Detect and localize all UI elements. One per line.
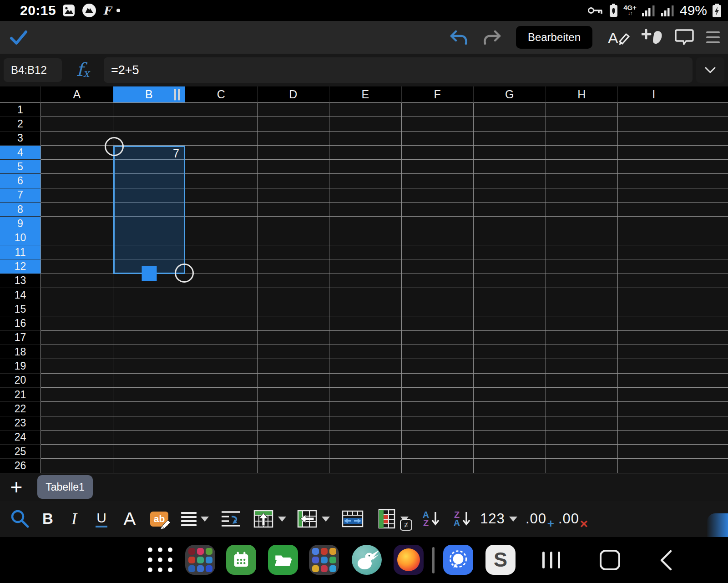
cell-a7[interactable] [41,188,113,203]
cell-c18[interactable] [185,345,258,359]
cell-g3[interactable] [474,132,546,146]
cell-f13[interactable] [402,274,474,288]
cell-g17[interactable] [474,331,546,345]
s-app-icon[interactable]: S [485,545,516,575]
cell-a11[interactable] [41,245,113,259]
cell-b24[interactable] [113,431,186,445]
cell-g26[interactable] [474,459,546,473]
character-formatting-icon[interactable]: A [607,28,631,47]
selection-range[interactable]: 7 [113,146,186,274]
cell-i13[interactable] [618,274,690,288]
cell-i18[interactable] [618,345,690,359]
cell-c6[interactable] [185,174,258,188]
cell-d15[interactable] [258,302,330,316]
cell-h16[interactable] [546,316,618,330]
cell-g25[interactable] [474,445,546,459]
cell-d5[interactable] [258,160,330,174]
column-header-d[interactable]: D [258,86,330,103]
cell-c13[interactable] [185,274,258,288]
cell-c2[interactable] [185,117,258,131]
cell-d16[interactable] [258,316,330,330]
cell-i20[interactable] [618,374,690,388]
add-sheet-button[interactable]: + [3,475,30,499]
cell-h4[interactable] [546,146,618,160]
app-folder-icon[interactable] [185,545,215,575]
row-header-14[interactable]: 14 [0,288,41,302]
row-header-15[interactable]: 15 [0,302,41,316]
column-header-g[interactable]: G [474,86,546,103]
cell-b16[interactable] [113,316,186,330]
cell-g4[interactable] [474,146,546,160]
cell-i15[interactable] [618,302,690,316]
cell-a9[interactable] [41,217,113,231]
cell-g11[interactable] [474,245,546,259]
cell-d4[interactable] [258,146,330,160]
cell-d8[interactable] [258,203,330,217]
cell-a25[interactable] [41,445,113,459]
cell-c15[interactable] [185,302,258,316]
cell-g22[interactable] [474,402,546,416]
nav-recents-button[interactable] [542,552,560,568]
cell-h15[interactable] [546,302,618,316]
column-header-i[interactable]: I [618,86,690,103]
row-header-10[interactable]: 10 [0,231,41,245]
wrap-text-button[interactable] [215,501,248,537]
cell-g13[interactable] [474,274,546,288]
row-header-5[interactable]: 5 [0,160,41,174]
cell-d20[interactable] [258,374,330,388]
cell-d21[interactable] [258,388,330,402]
app-folder-icon[interactable] [309,545,339,575]
cell-g15[interactable] [474,302,546,316]
cell-f16[interactable] [402,316,474,330]
row-header-8[interactable]: 8 [0,203,41,217]
cell-b22[interactable] [113,402,186,416]
column-header-h[interactable]: H [546,86,618,103]
number-format-button[interactable]: 123 [478,501,520,537]
cell-e12[interactable] [329,259,402,274]
cell-b20[interactable] [113,374,186,388]
cell-c1[interactable] [185,103,258,117]
column-header-e[interactable]: E [329,86,402,103]
row-header-9[interactable]: 9 [0,217,41,231]
cell-d1[interactable] [258,103,330,117]
cell-i16[interactable] [618,316,690,330]
cell-a3[interactable] [41,132,113,146]
column-width-button[interactable] [335,501,370,537]
cell-a15[interactable] [41,302,113,316]
menu-hamburger-icon[interactable] [706,31,720,43]
cell-e17[interactable] [329,331,402,345]
row-header-21[interactable]: 21 [0,388,41,402]
cell-i14[interactable] [618,288,690,302]
cell-c24[interactable] [185,431,258,445]
cell-f23[interactable] [402,416,474,431]
cell-h18[interactable] [546,345,618,359]
cell-a21[interactable] [41,388,113,402]
cell-e16[interactable] [329,316,402,330]
add-decimal-button[interactable]: .00+ [520,501,552,537]
cell-d12[interactable] [258,259,330,274]
cell-f1[interactable] [402,103,474,117]
cell-g9[interactable] [474,217,546,231]
cell-i8[interactable] [618,203,690,217]
cell-i24[interactable] [618,431,690,445]
cell-d24[interactable] [258,431,330,445]
underline-button[interactable]: U [87,501,116,537]
row-header-17[interactable]: 17 [0,331,41,345]
column-header-a[interactable]: A [41,86,113,103]
insert-object-icon[interactable] [642,28,663,46]
cell-e24[interactable] [329,431,402,445]
cell-h3[interactable] [546,132,618,146]
cell-c7[interactable] [185,188,258,203]
cell-f5[interactable] [402,160,474,174]
cell-h22[interactable] [546,402,618,416]
highlight-color-button[interactable]: ab [144,501,175,537]
cell-f11[interactable] [402,245,474,259]
cell-e11[interactable] [329,245,402,259]
cell-c11[interactable] [185,245,258,259]
cell-c19[interactable] [185,359,258,373]
cell-e19[interactable] [329,359,402,373]
cell-h19[interactable] [546,359,618,373]
app-drawer-icon[interactable] [145,545,175,575]
cell-c22[interactable] [185,402,258,416]
selection-handle-top-left[interactable] [105,137,124,156]
